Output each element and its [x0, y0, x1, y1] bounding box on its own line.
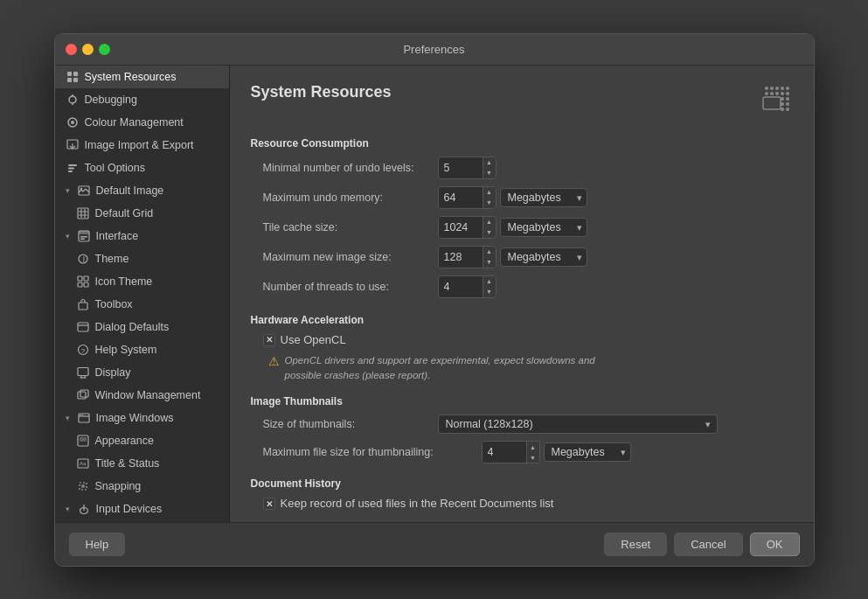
sidebar-item-debugging[interactable]: Debugging — [55, 88, 229, 111]
help-button[interactable]: Help — [69, 533, 126, 556]
svg-rect-0 — [67, 72, 72, 76]
sidebar-item-tool-options[interactable]: Tool Options — [55, 157, 229, 179]
sidebar-item-default-image[interactable]: ▾ Default Image — [55, 179, 229, 202]
max-undo-memory-spinner[interactable]: ▲ ▼ — [438, 186, 496, 209]
max-new-image-unit-select[interactable]: Megabytes — [500, 247, 587, 267]
svg-point-61 — [781, 92, 784, 95]
use-opencl-checkbox[interactable]: ✕ — [263, 334, 275, 346]
sidebar-item-interface[interactable]: ▾ Interface — [55, 225, 229, 247]
sidebar-item-label: Default Grid — [95, 207, 154, 219]
cancel-button[interactable]: Cancel — [674, 533, 742, 556]
max-file-size-down[interactable]: ▼ — [527, 452, 539, 463]
thumbnail-size-dropdown-wrapper: Normal (128x128) No thumbnails Large (25… — [438, 414, 718, 434]
max-new-image-unit-wrapper: Megabytes — [500, 247, 587, 267]
max-undo-mem-down[interactable]: ▼ — [483, 198, 496, 208]
svg-point-49 — [81, 484, 85, 488]
minimize-button[interactable] — [82, 44, 94, 55]
svg-rect-46 — [80, 437, 87, 442]
svg-point-15 — [80, 187, 81, 189]
max-file-size-unit-select[interactable]: Megabytes — [544, 442, 631, 462]
svg-rect-13 — [68, 171, 73, 172]
svg-point-56 — [775, 87, 779, 90]
sidebar-item-label: Default Image — [96, 185, 164, 197]
sidebar-item-theme[interactable]: Theme — [55, 247, 229, 270]
svg-rect-2 — [67, 78, 72, 82]
titlebar: Preferences — [55, 34, 814, 66]
num-threads-spinner[interactable]: ▲ ▼ — [438, 275, 496, 298]
thumbnail-size-label: Size of thumbnails: — [263, 418, 438, 430]
sidebar-item-icon-theme[interactable]: Icon Theme — [55, 270, 229, 293]
sidebar-item-help-system[interactable]: ? Help System — [55, 338, 229, 361]
close-button[interactable] — [66, 44, 77, 55]
svg-rect-31 — [78, 323, 88, 331]
svg-rect-22 — [79, 231, 89, 234]
num-threads-up[interactable]: ▲ — [483, 276, 496, 287]
tile-cache-input[interactable] — [439, 217, 483, 238]
sidebar-item-label: Tool Options — [85, 162, 145, 174]
tile-cache-unit-select[interactable]: Megabytes — [500, 218, 587, 237]
tile-cache-down[interactable]: ▼ — [483, 227, 496, 238]
dialog-icon — [76, 320, 90, 334]
num-threads-down[interactable]: ▼ — [483, 287, 496, 297]
sidebar-item-label: Toolbox — [95, 298, 133, 310]
max-new-image-spinner[interactable]: ▲ ▼ — [438, 246, 496, 268]
hardware-accel-title: Hardware Acceleration — [251, 314, 793, 326]
sidebar-item-label: Colour Management — [85, 116, 184, 129]
sidebar-item-display[interactable]: Display — [55, 361, 229, 384]
sidebar-item-image-import-export[interactable]: Image Import & Export — [55, 134, 229, 157]
toolbox-icon — [76, 297, 90, 311]
max-new-image-up[interactable]: ▲ — [483, 247, 496, 257]
sidebar-item-dialog-defaults[interactable]: Dialog Defaults — [55, 316, 229, 338]
icontheme-icon — [76, 275, 90, 289]
num-threads-input[interactable] — [439, 276, 483, 297]
keep-record-checkbox[interactable]: ✕ — [263, 498, 275, 510]
svg-rect-35 — [78, 367, 88, 375]
max-undo-memory-unit-select[interactable]: Megabytes — [500, 188, 587, 207]
sidebar-item-image-windows[interactable]: ▾ Image Windows — [55, 407, 229, 429]
svg-point-54 — [765, 87, 768, 90]
sidebar-item-colour-management[interactable]: Colour Management — [55, 111, 229, 134]
max-undo-memory-label: Maximum undo memory: — [263, 192, 438, 204]
max-file-size-spinner[interactable]: ▲ ▼ — [482, 441, 540, 463]
max-new-image-label: Maximum new image size: — [263, 251, 438, 263]
sidebar-item-snapping[interactable]: Snapping — [55, 475, 229, 498]
image-thumbnails-title: Image Thumbnails — [251, 395, 793, 407]
reset-button[interactable]: Reset — [604, 533, 667, 556]
max-new-image-down[interactable]: ▼ — [483, 257, 496, 268]
sidebar-item-input-devices[interactable]: ▾ Input Devices — [55, 498, 229, 520]
ok-button[interactable]: OK — [750, 533, 800, 556]
grid-icon — [66, 70, 80, 84]
max-undo-memory-input[interactable] — [439, 187, 483, 208]
num-threads-label: Number of threads to use: — [263, 281, 438, 293]
tile-cache-spinner[interactable]: ▲ ▼ — [438, 216, 496, 239]
svg-point-53 — [83, 506, 85, 508]
max-file-size-up[interactable]: ▲ — [527, 442, 539, 452]
resource-consumption-title: Resource Consumption — [251, 137, 793, 150]
main-panel: System Resources Resource — [230, 66, 814, 522]
max-new-image-input[interactable] — [439, 247, 483, 268]
max-undo-mem-up[interactable]: ▲ — [483, 187, 496, 198]
sidebar-item-default-grid[interactable]: Default Grid — [55, 202, 229, 225]
thumbnail-size-select[interactable]: Normal (128x128) No thumbnails Large (25… — [438, 414, 718, 434]
sidebar-item-appearance[interactable]: Appearance — [55, 429, 229, 452]
image-icon — [77, 184, 91, 198]
max-file-size-input[interactable] — [483, 442, 526, 463]
svg-point-4 — [69, 96, 76, 103]
max-file-size-label: Maximum file size for thumbnailing: — [263, 446, 482, 458]
sidebar-item-label: Display — [95, 366, 131, 379]
svg-rect-39 — [78, 392, 86, 399]
toggle-minus-imagewin: ▾ — [66, 414, 70, 422]
sidebar-item-toolbox[interactable]: Toolbox — [55, 293, 229, 316]
min-undo-down-arrow[interactable]: ▼ — [483, 168, 496, 178]
sidebar-item-label: Dialog Defaults — [95, 321, 170, 333]
keep-record-row: ✕ Keep record of used files in the Recen… — [251, 497, 793, 510]
sidebar-item-system-resources[interactable]: System Resources — [55, 66, 229, 88]
tile-cache-up[interactable]: ▲ — [483, 217, 496, 227]
sidebar-item-title-status[interactable]: Aa Title & Status — [55, 452, 229, 475]
min-undo-levels-input[interactable] — [439, 157, 483, 178]
min-undo-levels-spinner[interactable]: ▲ ▼ — [438, 157, 496, 179]
toggle-minus: ▾ — [66, 186, 70, 195]
maximize-button[interactable] — [99, 44, 110, 55]
sidebar-item-window-management[interactable]: Window Management — [55, 384, 229, 407]
min-undo-up-arrow[interactable]: ▲ — [483, 157, 496, 168]
